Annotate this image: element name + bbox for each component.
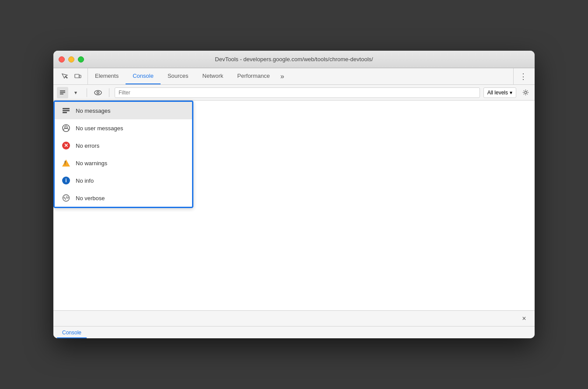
tab-network[interactable]: Network [196,68,231,84]
toolbar-divider [87,88,87,97]
user-icon [62,124,70,132]
close-panel-btn[interactable]: × [519,313,529,324]
tab-sources[interactable]: Sources [161,68,196,84]
tab-performance[interactable]: Performance [230,68,276,84]
minimize-traffic-light[interactable] [68,56,74,63]
toolbar-divider-2 [109,88,109,97]
more-tabs-btn[interactable]: » [277,73,288,80]
svg-rect-9 [63,110,70,111]
log-levels-dropdown-panel: No messages No user messages ✕ No e [53,101,193,208]
dropdown-item-verbose-label: No verbose [76,195,105,201]
close-traffic-light[interactable] [59,56,65,63]
svg-point-6 [97,91,99,94]
filter-input[interactable] [115,87,480,98]
eye-btn[interactable] [92,87,104,98]
verbose-icon [62,194,70,202]
toolbar-icons [55,68,88,84]
console-dropdown-btn[interactable]: ▾ [70,87,81,98]
devtools-toolbar: Elements Console Sources Network Perform… [53,68,535,85]
svg-rect-1 [79,75,81,78]
dropdown-item-warnings-label: No warnings [76,160,107,167]
console-toolbar-left: ▾ [57,87,81,98]
messages-icon [62,106,70,115]
svg-rect-0 [75,74,79,78]
window-title: DevTools - developers.google.com/web/too… [215,56,373,63]
title-bar: DevTools - developers.google.com/web/too… [53,51,535,68]
inspect-element-btn[interactable] [59,70,71,83]
dropdown-item-info[interactable]: i No info [55,172,192,189]
bottom-tab-bar: Console [53,326,535,338]
dropdown-item-errors-label: No errors [76,142,99,149]
dropdown-item-errors[interactable]: ✕ No errors [55,137,192,154]
console-toolbar: ▾ All levels ▾ [53,85,535,101]
devtools-menu-btn[interactable]: ⋮ [517,70,529,83]
svg-rect-8 [63,108,70,109]
svg-rect-4 [60,94,63,94]
error-icon: ✕ [62,141,70,150]
dropdown-item-messages-label: No messages [76,108,110,114]
maximize-traffic-light[interactable] [78,56,84,63]
dropdown-item-info-label: No info [76,177,94,184]
svg-rect-2 [60,90,65,91]
dropdown-item-user[interactable]: No user messages [55,119,192,137]
main-content: No messages No user messages ✕ No e [53,101,535,310]
tab-console[interactable]: Console [126,68,161,84]
main-tabs: Elements Console Sources Network Perform… [88,68,513,84]
info-icon: i [62,176,70,185]
dropdown-item-messages[interactable]: No messages [55,102,192,119]
dropdown-item-user-label: No user messages [76,125,123,132]
warning-icon [62,159,70,167]
device-toggle-btn[interactable] [72,70,84,83]
clear-console-btn[interactable] [57,87,68,98]
dropdown-item-verbose[interactable]: No verbose [55,189,192,207]
svg-point-7 [525,91,527,94]
bottom-bar: × [53,310,535,326]
tab-elements[interactable]: Elements [88,68,126,84]
levels-dropdown[interactable]: All levels ▾ [483,87,516,98]
toolbar-right: ⋮ [513,68,533,84]
svg-rect-3 [60,92,65,93]
svg-point-5 [94,90,102,95]
svg-rect-10 [63,112,67,113]
traffic-lights [59,56,84,63]
bottom-tab-console[interactable]: Console [57,328,87,338]
devtools-window: DevTools - developers.google.com/web/too… [53,51,535,338]
dropdown-item-warnings[interactable]: No warnings [55,154,192,172]
console-settings-btn[interactable] [520,87,531,98]
